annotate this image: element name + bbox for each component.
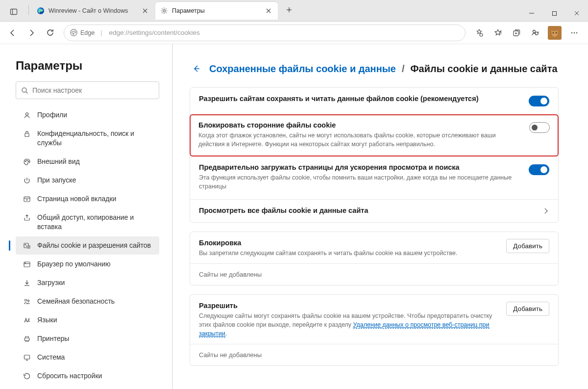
newtab-icon — [23, 195, 31, 203]
search-input[interactable] — [32, 86, 154, 94]
breadcrumb-back-button[interactable] — [190, 62, 203, 76]
sidebar-title: Параметры — [16, 59, 159, 73]
nav-profiles[interactable]: Профили — [16, 106, 159, 124]
svg-point-33 — [25, 161, 26, 162]
nav-default-browser[interactable]: Браузер по умолчанию — [16, 255, 159, 273]
tab-close-button[interactable] — [141, 6, 149, 15]
toggle-allow-cookies[interactable] — [529, 96, 549, 106]
refresh-button[interactable] — [41, 24, 59, 42]
allow-none: Сайты не добавлены — [190, 344, 558, 365]
download-icon — [23, 279, 31, 287]
cookies-icon — [23, 242, 31, 250]
svg-rect-0 — [11, 9, 17, 14]
collections-button[interactable] — [508, 24, 525, 42]
svg-point-44 — [25, 262, 25, 263]
titlebar: Winreview - Сайт о Windows Параметры — [0, 0, 588, 22]
nav-privacy[interactable]: Конфиденциальность, поиск и службы — [16, 125, 159, 152]
svg-point-38 — [26, 199, 27, 200]
plus-icon — [286, 6, 293, 13]
favorites-button[interactable] — [489, 24, 507, 42]
ellipsis-icon — [570, 28, 579, 37]
settings-search[interactable] — [16, 81, 159, 99]
account-sync-button[interactable] — [526, 24, 544, 42]
setting-title: Блокировать сторонние файлы cookie — [198, 121, 521, 129]
breadcrumb-current: Файлы cookie и данные сайта — [411, 63, 558, 75]
settings-nav: Профили Конфиденциальность, поиск и служ… — [16, 106, 159, 389]
block-none: Сайты не добавлены — [190, 263, 558, 285]
nav-printers[interactable]: Принтеры — [16, 330, 159, 348]
nav-family[interactable]: Семейная безопасность — [16, 292, 159, 311]
close-window-button[interactable] — [565, 5, 588, 21]
svg-point-15 — [480, 33, 483, 36]
language-icon — [23, 316, 31, 324]
forward-button[interactable] — [23, 24, 40, 42]
tab-close-button[interactable] — [264, 6, 273, 15]
settings-main[interactable]: Сохраненные файлы cookie и данные / Файл… — [172, 44, 588, 389]
profile-icon — [23, 111, 31, 119]
chevron-right-icon — [542, 207, 549, 214]
block-section: Блокировка Вы запретили следующим сайтам… — [190, 232, 559, 285]
lock-icon — [23, 130, 31, 138]
nav-share[interactable]: Общий доступ, копирование и вставка — [16, 208, 159, 236]
nav-newtab[interactable]: Страница новой вкладки — [16, 190, 159, 208]
setting-desc: Когда этот флажок установлен, сайты не м… — [198, 131, 521, 149]
printer-icon — [23, 335, 31, 343]
view-all-cookies-link[interactable]: Просмотреть все файлы cookie и данные са… — [199, 207, 549, 214]
address-bar[interactable]: Edge | edge://settings/content/cookies — [64, 25, 466, 41]
svg-rect-39 — [24, 243, 28, 248]
nav-system[interactable]: Система — [16, 348, 159, 366]
tab-1[interactable]: Winreview - Сайт о Windows — [32, 2, 154, 20]
tab-actions-button[interactable] — [5, 3, 23, 21]
nav-onstartup[interactable]: При запуске — [16, 171, 159, 189]
svg-point-24 — [553, 32, 554, 33]
nav-languages[interactable]: Языки — [16, 311, 159, 329]
tab-2-active[interactable]: Параметры — [155, 2, 278, 20]
toggle-preload[interactable] — [529, 164, 549, 175]
tab-strip: Winreview - Сайт о Windows Параметры — [0, 0, 520, 21]
nav-reset[interactable]: Сбросить настройки — [16, 367, 159, 385]
breadcrumb-parent-link[interactable]: Сохраненные файлы cookie и данные — [209, 63, 396, 75]
add-allow-button[interactable]: Добавить — [506, 302, 549, 316]
back-button[interactable] — [4, 24, 22, 42]
add-block-button[interactable]: Добавить — [506, 239, 549, 253]
nav-downloads[interactable]: Загрузки — [16, 274, 159, 292]
highlight-block-3p: Блокировать сторонние файлы cookie Когда… — [190, 114, 559, 156]
collections-icon — [512, 28, 521, 37]
appearance-icon — [23, 158, 31, 166]
link-title: Просмотреть все файлы cookie и данные са… — [199, 207, 535, 214]
power-icon — [23, 177, 31, 184]
minimize-icon — [529, 10, 535, 16]
tab-title: Параметры — [172, 7, 260, 14]
settings-sidebar[interactable]: Параметры Профили Конфиденциальность, по… — [0, 44, 172, 389]
avatar-cat-icon — [548, 26, 562, 40]
toggle-block-3p-cookies[interactable] — [529, 122, 550, 133]
tracking-prevention-button[interactable] — [470, 24, 488, 42]
minimize-button[interactable] — [520, 5, 543, 21]
svg-point-41 — [26, 246, 27, 246]
svg-point-46 — [27, 300, 29, 301]
svg-rect-11 — [552, 11, 556, 15]
maximize-button[interactable] — [543, 5, 565, 21]
svg-point-5 — [163, 9, 166, 12]
arrow-left-icon — [8, 28, 17, 37]
star-shield-icon — [475, 28, 484, 37]
svg-point-28 — [576, 32, 578, 33]
profile-avatar[interactable] — [548, 26, 562, 40]
refresh-icon — [46, 28, 54, 37]
close-icon — [574, 10, 580, 16]
svg-rect-36 — [24, 197, 30, 202]
close-icon — [143, 8, 147, 13]
nav-phone[interactable]: Телефон и другие устройства — [16, 386, 159, 389]
svg-rect-48 — [24, 355, 30, 359]
nav-appearance[interactable]: Внешний вид — [16, 153, 159, 171]
app-menu-button[interactable] — [565, 24, 583, 42]
new-tab-button[interactable] — [282, 2, 296, 17]
family-icon — [23, 298, 31, 306]
favorites-icon — [493, 28, 502, 37]
section-title: Блокировка — [199, 239, 500, 247]
settings-page: Параметры Профили Конфиденциальность, по… — [0, 44, 588, 389]
svg-point-34 — [26, 160, 27, 161]
setting-preload: Предварительно загружать страницы для ус… — [199, 163, 549, 191]
svg-point-27 — [574, 32, 575, 33]
nav-cookies[interactable]: Файлы cookie и разрешения сайтов — [16, 236, 159, 255]
